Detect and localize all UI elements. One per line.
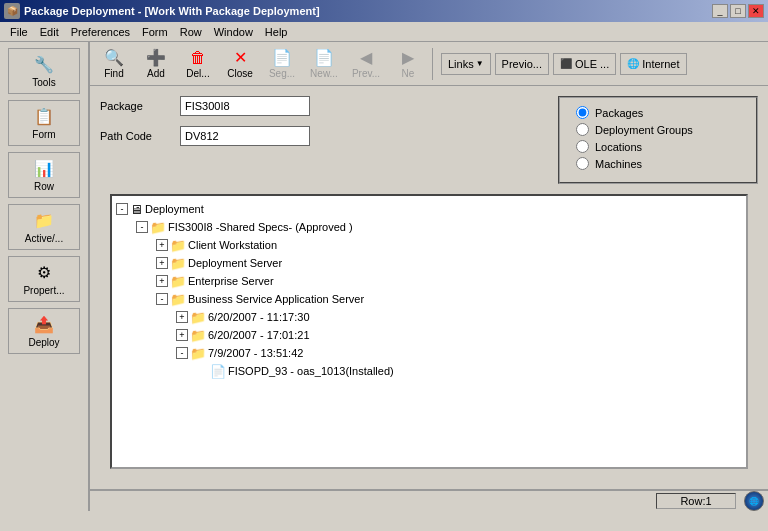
- tree-toggle-enterprise[interactable]: +: [156, 275, 168, 287]
- prev-button[interactable]: ◀ Prev...: [346, 46, 386, 82]
- tree-children-deployment: - 📁 FIS300I8 -Shared Specs- (Approved ) …: [116, 218, 742, 380]
- tree-row-enterprise[interactable]: + 📁 Enterprise Server: [156, 272, 742, 290]
- radio-machines-input[interactable]: [576, 157, 589, 170]
- tree-row-date2[interactable]: + 📁 6/20/2007 - 17:01:21: [176, 326, 742, 344]
- find-icon: 🔍: [104, 48, 124, 67]
- seg-button[interactable]: 📄 Seg...: [262, 46, 302, 82]
- internet-button[interactable]: 🌐 Internet: [620, 53, 686, 75]
- previo-button[interactable]: Previo...: [495, 53, 549, 75]
- tree-row-bsas[interactable]: - 📁 Business Service Application Server: [156, 290, 742, 308]
- fisopd-file-icon: 📄: [210, 364, 226, 379]
- tree-row-date1[interactable]: + 📁 6/20/2007 - 11:17:30: [176, 308, 742, 326]
- client-folder-icon: 📁: [170, 238, 186, 253]
- radio-group: Packages Deployment Groups Locations Mac…: [558, 96, 758, 184]
- find-button[interactable]: 🔍 Find: [94, 46, 134, 82]
- menu-form[interactable]: Form: [136, 24, 174, 40]
- pathcode-label: Path Code: [100, 130, 170, 142]
- status-bar: Row:1 🌐: [90, 489, 768, 511]
- maximize-button[interactable]: □: [730, 4, 746, 18]
- title-bar: 📦 Package Deployment - [Work With Packag…: [0, 0, 768, 22]
- add-button[interactable]: ➕ Add: [136, 46, 176, 82]
- delete-button[interactable]: 🗑 Del...: [178, 46, 218, 82]
- toolbar-separator: [432, 48, 433, 80]
- links-section: Links ▼ Previo... ⬛ OLE ... 🌐 Internet: [441, 53, 687, 75]
- ne-icon: ▶: [402, 48, 414, 67]
- tree-row-fisopd[interactable]: 📄 FISOPD_93 - oas_1013(Installed): [196, 362, 742, 380]
- tree-node-client: + 📁 Client Workstation: [156, 236, 742, 254]
- sidebar-deploy-button[interactable]: 📤 Deploy: [8, 308, 80, 354]
- tree-label-date2: 6/20/2007 - 17:01:21: [208, 329, 310, 341]
- radio-locations: Locations: [576, 140, 740, 153]
- date1-folder-icon: 📁: [190, 310, 206, 325]
- date3-folder-icon: 📁: [190, 346, 206, 361]
- ole-button[interactable]: ⬛ OLE ...: [553, 53, 616, 75]
- icon-sidebar: 🔧 Tools 📋 Form 📊 Row 📁 Active/... ⚙ Prop…: [0, 42, 90, 511]
- tree-node-date2: + 📁 6/20/2007 - 17:01:21: [176, 326, 742, 344]
- tree-toggle-fis300i8[interactable]: -: [136, 221, 148, 233]
- tree-row-date3[interactable]: - 📁 7/9/2007 - 13:51:42: [176, 344, 742, 362]
- tree-children-fis300i8: + 📁 Client Workstation + 📁: [136, 236, 742, 380]
- radio-packages-input[interactable]: [576, 106, 589, 119]
- tree-children-bsas: + 📁 6/20/2007 - 11:17:30: [156, 308, 742, 380]
- tree-toggle-date1[interactable]: +: [176, 311, 188, 323]
- tree-label-depserver: Deployment Server: [188, 257, 282, 269]
- tree-node-date3: - 📁 7/9/2007 - 13:51:42: [176, 344, 742, 380]
- tools-icon: 🔧: [32, 55, 56, 75]
- form-area: Package Path Code Packages: [90, 86, 768, 489]
- tree-toggle-bsas[interactable]: -: [156, 293, 168, 305]
- menu-help[interactable]: Help: [259, 24, 294, 40]
- window-title: Package Deployment - [Work With Package …: [24, 5, 320, 17]
- row-icon: 📊: [32, 159, 56, 179]
- tree-node-enterprise: + 📁 Enterprise Server: [156, 272, 742, 290]
- menu-preferences[interactable]: Preferences: [65, 24, 136, 40]
- ne-button[interactable]: ▶ Ne: [388, 46, 428, 82]
- tree-row-depserver[interactable]: + 📁 Deployment Server: [156, 254, 742, 272]
- tree-row-client[interactable]: + 📁 Client Workstation: [156, 236, 742, 254]
- links-button[interactable]: Links ▼: [441, 53, 491, 75]
- bsas-folder-icon: 📁: [170, 292, 186, 307]
- sidebar-tools-button[interactable]: 🔧 Tools: [8, 48, 80, 94]
- menu-file[interactable]: File: [4, 24, 34, 40]
- tree-toggle-date3[interactable]: -: [176, 347, 188, 359]
- tree-toggle-depserver[interactable]: +: [156, 257, 168, 269]
- new-button[interactable]: 📄 New...: [304, 46, 344, 82]
- package-field-row: Package: [100, 96, 538, 116]
- radio-deployment-groups-label: Deployment Groups: [595, 124, 693, 136]
- pathcode-field-row: Path Code: [100, 126, 538, 146]
- toolbar-strip: 🔍 Find ➕ Add 🗑 Del... ✕ Close 📄 Seg... 📄: [90, 42, 768, 86]
- links-arrow-icon: ▼: [476, 59, 484, 68]
- menu-row[interactable]: Row: [174, 24, 208, 40]
- deploy-icon: 📤: [32, 315, 56, 335]
- tree-toggle-deployment[interactable]: -: [116, 203, 128, 215]
- sidebar-active-button[interactable]: 📁 Active/...: [8, 204, 80, 250]
- tree-view[interactable]: - 🖥 Deployment - 📁 FIS300I8 -Shared Spec…: [110, 194, 748, 469]
- minimize-button[interactable]: _: [712, 4, 728, 18]
- tree-toggle-date2[interactable]: +: [176, 329, 188, 341]
- radio-deployment-groups-input[interactable]: [576, 123, 589, 136]
- sidebar-form-button[interactable]: 📋 Form: [8, 100, 80, 146]
- tree-row-fis300i8[interactable]: - 📁 FIS300I8 -Shared Specs- (Approved ): [136, 218, 742, 236]
- tree-label-fis300i8: FIS300I8 -Shared Specs- (Approved ): [168, 221, 353, 233]
- menu-edit[interactable]: Edit: [34, 24, 65, 40]
- close-button[interactable]: ✕: [748, 4, 764, 18]
- tree-node-fis300i8: - 📁 FIS300I8 -Shared Specs- (Approved ) …: [136, 218, 742, 380]
- tree-children-date3: 📄 FISOPD_93 - oas_1013(Installed): [176, 362, 742, 380]
- menu-window[interactable]: Window: [208, 24, 259, 40]
- tree-row-deployment[interactable]: - 🖥 Deployment: [116, 200, 742, 218]
- sidebar-properties-button[interactable]: ⚙ Propert...: [8, 256, 80, 302]
- pathcode-input[interactable]: [180, 126, 310, 146]
- close-toolbar-button[interactable]: ✕ Close: [220, 46, 260, 82]
- radio-locations-input[interactable]: [576, 140, 589, 153]
- new-icon: 📄: [314, 48, 334, 67]
- tree-node-deployment: - 🖥 Deployment - 📁 FIS300I8 -Shared Spec…: [116, 200, 742, 380]
- sidebar-row-button[interactable]: 📊 Row: [8, 152, 80, 198]
- date2-folder-icon: 📁: [190, 328, 206, 343]
- active-icon: 📁: [32, 211, 56, 231]
- prev-icon: ◀: [360, 48, 372, 67]
- globe-icon: 🌐: [744, 491, 764, 511]
- tree-label-enterprise: Enterprise Server: [188, 275, 274, 287]
- seg-icon: 📄: [272, 48, 292, 67]
- tree-toggle-client[interactable]: +: [156, 239, 168, 251]
- package-input[interactable]: [180, 96, 310, 116]
- add-icon: ➕: [146, 48, 166, 67]
